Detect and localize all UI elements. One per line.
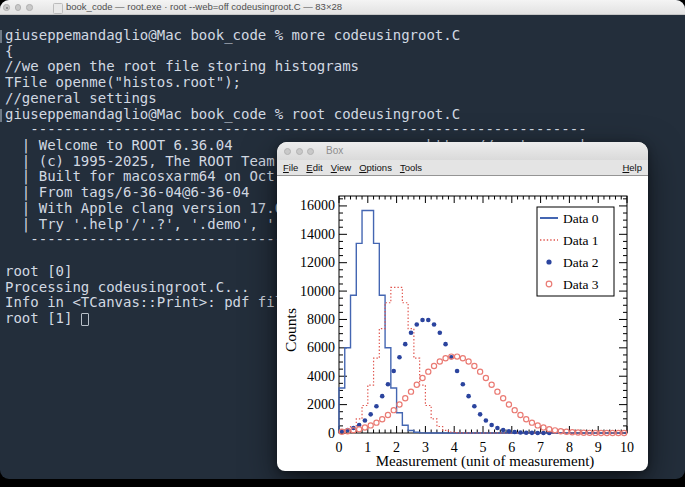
minimize-button[interactable] <box>296 148 303 155</box>
svg-text:12000: 12000 <box>300 255 335 270</box>
close-button[interactable] <box>3 4 10 11</box>
svg-text:10: 10 <box>620 440 634 455</box>
prompt-mark <box>0 30 2 43</box>
terminal-cursor <box>81 313 89 326</box>
canvas-window-title: Box <box>326 142 343 160</box>
legend: Data 0Data 1Data 2Data 3 <box>537 207 614 296</box>
svg-text:16000: 16000 <box>300 198 335 213</box>
svg-text:Data 3: Data 3 <box>563 277 599 292</box>
menu-help[interactable]: Help <box>622 162 642 173</box>
y-axis-title: Counts <box>282 308 299 352</box>
terminal-window-title: book_code — root.exe · root --web=off co… <box>66 0 342 14</box>
x-axis-title: Measurement (unit of measurement) <box>376 453 595 470</box>
svg-text:8000: 8000 <box>307 312 335 327</box>
svg-text:0: 0 <box>328 426 335 441</box>
menu-file[interactable]: File <box>283 162 298 173</box>
canvas-titlebar[interactable]: Box <box>277 142 648 161</box>
menu-view[interactable]: View <box>331 162 351 173</box>
svg-text:Data 1: Data 1 <box>563 233 599 248</box>
svg-text:0: 0 <box>336 440 343 455</box>
svg-text:6000: 6000 <box>307 340 335 355</box>
zoom-button[interactable] <box>307 148 314 155</box>
svg-text:2000: 2000 <box>307 397 335 412</box>
series-data-1 <box>339 287 627 433</box>
svg-text:9: 9 <box>595 440 602 455</box>
menu-tools[interactable]: Tools <box>400 162 422 173</box>
zoom-button[interactable] <box>26 4 33 11</box>
root-canvas-window: Box FileEditViewOptionsToolsHelp 0123456… <box>277 142 648 471</box>
minimize-button[interactable] <box>15 4 22 11</box>
svg-text:10000: 10000 <box>300 284 335 299</box>
svg-text:14000: 14000 <box>300 227 335 242</box>
svg-text:Data 0: Data 0 <box>563 211 599 226</box>
menu-edit[interactable]: Edit <box>306 162 322 173</box>
svg-text:Data 2: Data 2 <box>563 255 599 270</box>
canvas-menubar: FileEditViewOptionsToolsHelp <box>277 160 648 176</box>
prompt-mark <box>0 109 2 122</box>
menu-options[interactable]: Options <box>359 162 392 173</box>
document-proxy-icon <box>53 3 63 14</box>
svg-text:4000: 4000 <box>307 369 335 384</box>
histogram-plot[interactable]: 0123456789100200040006000800010000120001… <box>277 176 648 471</box>
terminal-titlebar[interactable]: book_code — root.exe · root --web=off co… <box>0 0 685 15</box>
svg-text:1: 1 <box>364 440 371 455</box>
close-button[interactable] <box>284 148 291 155</box>
